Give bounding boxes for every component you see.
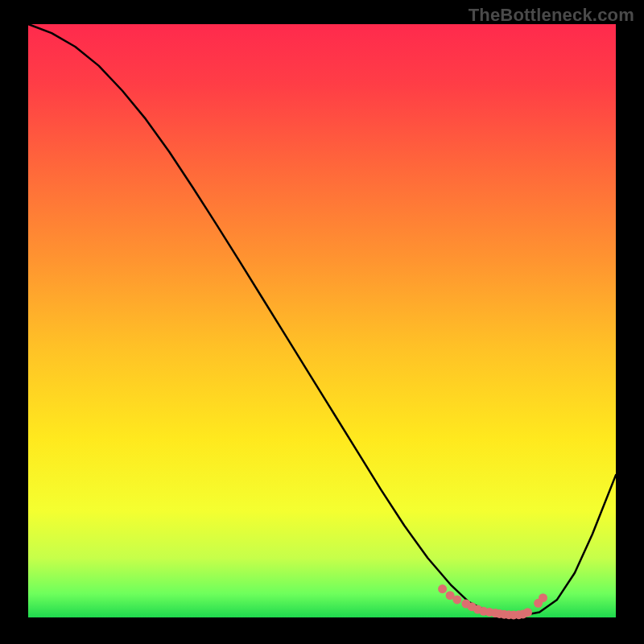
scatter-dot [523,608,532,617]
bottleneck-chart [0,0,644,644]
watermark-text: TheBottleneck.com [469,5,634,26]
scatter-dot [539,593,547,602]
plot-area [28,24,616,617]
scatter-dot [438,584,447,593]
scatter-dot [452,595,461,604]
chart-frame: TheBottleneck.com [0,0,644,644]
